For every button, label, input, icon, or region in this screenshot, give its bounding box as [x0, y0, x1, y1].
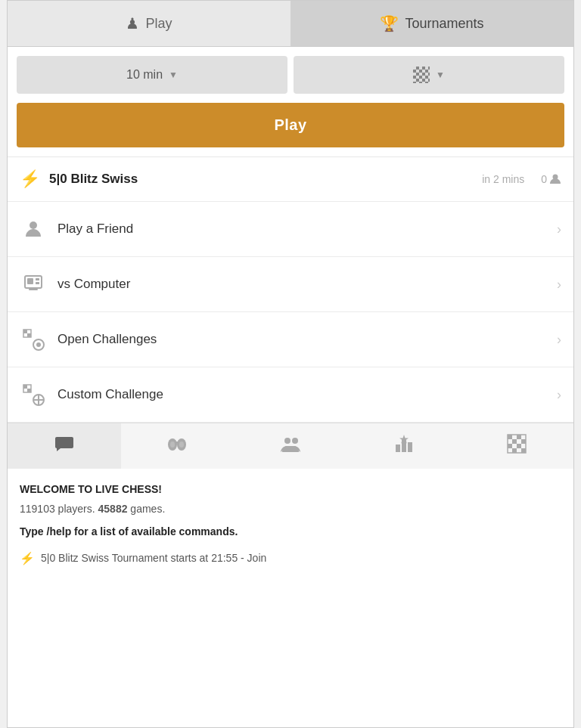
menu-item-open-challenges-label: Open Challenges [57, 332, 546, 347]
svg-point-23 [292, 438, 298, 444]
bolt-icon: ⚡ [20, 169, 40, 189]
svg-point-1 [30, 221, 37, 229]
menu-item-open-challenges[interactable]: Open Challenges › [8, 312, 573, 367]
custom-challenge-svg [22, 383, 45, 406]
svg-rect-31 [512, 439, 517, 444]
svg-rect-26 [408, 442, 412, 452]
binoculars-icon [166, 434, 188, 454]
svg-rect-32 [521, 439, 526, 444]
time-control-button[interactable]: 10 min ▼ [17, 56, 287, 94]
play-button[interactable]: Play [17, 103, 564, 147]
svg-rect-13 [27, 389, 31, 392]
tournament-player-count: 0 [541, 173, 547, 185]
svg-rect-29 [508, 435, 512, 439]
app-container: ♟ Play 🏆 Tournaments 10 min ▼ ▼ Play ⚡ 5… [7, 0, 574, 728]
menu-section: ⚡ 5|0 Blitz Swiss in 2 mins 0 Play a Fri… [8, 156, 573, 423]
tournament-players: 0 [541, 173, 561, 185]
svg-rect-19 [175, 441, 179, 445]
svg-rect-7 [23, 330, 27, 333]
chat-notification: ⚡ 5|0 Blitz Swiss Tournament starts at 2… [20, 548, 561, 568]
computer-icon [20, 271, 47, 298]
open-challenges-icon [20, 326, 47, 353]
bottom-tab-players[interactable] [234, 423, 347, 469]
svg-rect-3 [27, 278, 33, 284]
custom-challenge-icon [20, 381, 47, 408]
bottom-tab-bar [8, 423, 573, 469]
menu-item-play-friend[interactable]: Play a Friend › [8, 202, 573, 257]
chat-icon [54, 434, 74, 454]
tab-tournaments[interactable]: 🏆 Tournaments [290, 1, 573, 46]
leaderboard-icon [393, 434, 415, 454]
friend-icon [20, 215, 47, 243]
svg-rect-35 [512, 448, 517, 453]
friend-svg [23, 218, 44, 240]
play-tab-icon: ♟ [126, 14, 139, 33]
menu-item-play-friend-label: Play a Friend [57, 221, 546, 237]
bottom-tab-board[interactable] [460, 423, 573, 469]
tab-tournaments-label: Tournaments [405, 16, 483, 32]
chat-notification-text: 5|0 Blitz Swiss Tournament starts at 21:… [41, 550, 266, 568]
svg-point-22 [284, 438, 290, 444]
tournament-item[interactable]: ⚡ 5|0 Blitz Swiss in 2 mins 0 [8, 157, 573, 202]
time-chevron: ▼ [169, 70, 178, 80]
menu-item-custom-challenge[interactable]: Custom Challenge › [8, 367, 573, 423]
tournament-name: 5|0 Blitz Swiss [49, 172, 473, 187]
tab-bar: ♟ Play 🏆 Tournaments [8, 1, 573, 47]
menu-item-vs-computer-label: vs Computer [57, 277, 546, 292]
svg-point-21 [179, 441, 184, 448]
menu-item-vs-computer-chevron: › [557, 277, 561, 293]
svg-rect-8 [27, 333, 31, 337]
controls-row: 10 min ▼ ▼ [8, 47, 573, 100]
bottom-tab-spectate[interactable] [121, 423, 235, 469]
board-icon [507, 434, 527, 454]
person-icon [549, 173, 561, 185]
svg-point-10 [36, 342, 41, 347]
svg-rect-33 [508, 444, 512, 448]
tab-play-label: Play [145, 16, 172, 32]
chat-help: Type /help for a list of available comma… [20, 523, 561, 541]
variant-chevron: ▼ [436, 70, 445, 80]
menu-item-vs-computer[interactable]: vs Computer › [8, 257, 573, 312]
open-challenges-svg [22, 328, 45, 351]
svg-rect-36 [521, 448, 526, 453]
players-icon [280, 434, 301, 454]
menu-item-custom-challenge-label: Custom Challenge [57, 387, 546, 402]
chat-bolt-icon: ⚡ [20, 548, 35, 568]
chess-board-icon [413, 67, 430, 83]
svg-rect-12 [23, 385, 27, 389]
menu-item-open-challenges-chevron: › [557, 332, 561, 348]
tournament-time: in 2 mins [482, 173, 524, 185]
chat-area: WELCOME TO LIVE CHESS! 119103 players. 4… [8, 469, 573, 727]
svg-rect-4 [36, 278, 39, 280]
time-label: 10 min [126, 68, 163, 82]
chat-stats: 119103 players. 45882 games. [20, 500, 561, 519]
menu-item-custom-challenge-chevron: › [557, 387, 561, 403]
svg-point-20 [170, 441, 175, 448]
variant-control-button[interactable]: ▼ [294, 56, 564, 94]
computer-svg [23, 274, 44, 295]
svg-rect-24 [396, 445, 400, 452]
tournaments-tab-icon: 🏆 [380, 14, 399, 33]
svg-rect-34 [517, 444, 521, 448]
bottom-tab-leaderboard[interactable] [347, 423, 461, 469]
chat-welcome: WELCOME TO LIVE CHESS! [20, 481, 561, 499]
tab-play[interactable]: ♟ Play [8, 1, 290, 46]
menu-item-play-friend-chevron: › [557, 221, 561, 237]
svg-rect-30 [517, 435, 521, 439]
bottom-tab-chat[interactable] [8, 423, 121, 469]
svg-rect-5 [36, 282, 39, 284]
